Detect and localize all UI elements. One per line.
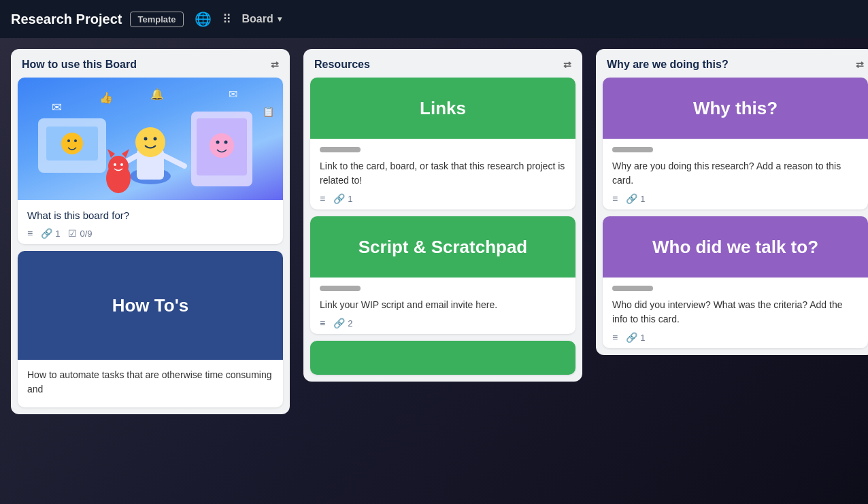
svg-point-9 (154, 137, 157, 141)
card-cover-title-2: How To's (101, 295, 200, 316)
attach-icon-why: 🔗 (626, 193, 637, 204)
svg-point-2 (61, 133, 83, 154)
column-body-2: Links Link to the card, board, or task t… (303, 78, 582, 382)
svg-text:✉: ✉ (52, 101, 62, 114)
svg-point-8 (144, 137, 148, 141)
svg-line-11 (164, 156, 184, 166)
svg-text:🔔: 🔔 (150, 88, 164, 101)
card-extra-green[interactable] (310, 341, 575, 375)
card-desc-script: Link your WIP script and email invite he… (320, 298, 566, 312)
svg-marker-19 (107, 149, 115, 158)
illustration-svg: ✉ 👍 🔔 ✉ 📋 (18, 78, 283, 200)
svg-point-15 (216, 141, 220, 144)
card-cover-purple-1: Why this? (603, 78, 868, 139)
card-tag-who (612, 286, 653, 291)
svg-point-22 (120, 163, 123, 166)
svg-point-18 (108, 156, 129, 176)
card-desc-2: How to automate tasks that are otherwise… (27, 368, 273, 397)
card-cover-illustration: ✉ 👍 🔔 ✉ 📋 (18, 78, 283, 200)
column-why-doing: Why are we doing this? ⇄ Why this? Why a… (596, 49, 868, 355)
card-body-2: How to automate tasks that are otherwise… (18, 360, 283, 407)
card-how-tos[interactable]: How To's How to automate tasks that are … (18, 251, 283, 407)
card-meta-why-list: ≡ (612, 193, 618, 204)
card-cover-title-script: Script & Scratchpad (348, 237, 539, 258)
chevron-down-icon: ▾ (278, 14, 282, 24)
card-cover-purple-2: Who did we talk to? (603, 216, 868, 278)
card-cover-title-why: Why this? (682, 98, 788, 119)
app-header: Research Project Template 🌐 ⠿ Board ▾ (0, 0, 868, 38)
column-title-2: Resources (314, 58, 370, 71)
card-meta-1: ≡ 🔗 1 ☑ 0/9 (27, 228, 273, 239)
column-collapse-1[interactable]: ⇄ (271, 59, 279, 70)
card-tag-script (320, 286, 361, 291)
card-tag-why (612, 147, 653, 152)
card-meta-links: ≡ 🔗 1 (320, 193, 566, 204)
svg-text:✉: ✉ (229, 88, 237, 100)
card-desc-links: Link to the card, board, or task that th… (320, 159, 566, 188)
card-links[interactable]: Links Link to the card, board, or task t… (310, 78, 575, 209)
template-button[interactable]: Template (130, 12, 183, 27)
card-cover-title-who: Who did we talk to? (641, 237, 829, 258)
card-desc-why: Why are you doing this research? Add a r… (612, 159, 858, 188)
card-cover-title-links: Links (409, 98, 477, 119)
globe-icon[interactable]: 🌐 (195, 11, 212, 27)
list-icon-links: ≡ (320, 193, 325, 204)
column-title-1: How to use this Board (22, 58, 137, 71)
column-collapse-2[interactable]: ⇄ (563, 59, 571, 70)
card-meta-attachment: 🔗 1 (41, 228, 60, 239)
card-meta-checklist: ☑ 0/9 (68, 228, 92, 239)
list-icon-script: ≡ (320, 318, 325, 329)
column-header-3: Why are we doing this? ⇄ (596, 49, 868, 78)
card-meta-why: ≡ 🔗 1 (612, 193, 858, 204)
card-cover-green-3 (310, 341, 575, 375)
card-body-who: Who did you interview? What was the crit… (603, 278, 868, 348)
column-header-2: Resources ⇄ (303, 49, 582, 78)
board-view-button[interactable]: Board ▾ (242, 13, 282, 25)
list-icon: ≡ (27, 228, 33, 239)
card-meta-who: ≡ 🔗 1 (612, 332, 858, 343)
checklist-icon: ☑ (68, 228, 77, 239)
card-script[interactable]: Script & Scratchpad Link your WIP script… (310, 216, 575, 334)
card-body-links: Link to the card, board, or task that th… (310, 139, 575, 209)
board-area: How to use this Board ⇄ (0, 38, 868, 504)
svg-point-16 (224, 141, 228, 144)
card-meta-script-list: ≡ (320, 318, 325, 329)
svg-text:👍: 👍 (99, 91, 113, 104)
svg-point-14 (210, 133, 234, 158)
card-meta-description: ≡ (27, 228, 33, 239)
svg-text:📋: 📋 (263, 106, 275, 118)
card-title-1: What is this board for? (27, 208, 273, 222)
column-body-1: ✉ 👍 🔔 ✉ 📋 What is this board for? ≡ (11, 78, 290, 414)
card-meta-script-attach: 🔗 2 (333, 318, 352, 329)
card-meta-links-list: ≡ (320, 193, 325, 204)
attachment-icon: 🔗 (41, 228, 52, 239)
card-meta-links-attach: 🔗 1 (333, 193, 352, 204)
column-resources: Resources ⇄ Links Link to the card, boar… (303, 49, 582, 382)
svg-marker-20 (122, 149, 129, 158)
svg-point-3 (67, 139, 70, 142)
svg-point-21 (114, 163, 116, 166)
card-cover-green-2: Script & Scratchpad (310, 216, 575, 278)
card-why-this[interactable]: Why this? Why are you doing this researc… (603, 78, 868, 209)
attach-icon-script: 🔗 (333, 318, 345, 329)
card-body-1: What is this board for? ≡ 🔗 1 ☑ 0/9 (18, 200, 283, 244)
card-who-talked[interactable]: Who did we talk to? Who did you intervie… (603, 216, 868, 348)
column-how-to-use: How to use this Board ⇄ (11, 49, 290, 414)
column-title-3: Why are we doing this? (607, 58, 729, 71)
attach-icon-who: 🔗 (626, 332, 637, 343)
column-header-1: How to use this Board ⇄ (11, 49, 290, 78)
card-what-is-board[interactable]: ✉ 👍 🔔 ✉ 📋 What is this board for? ≡ (18, 78, 283, 244)
card-meta-who-list: ≡ (612, 332, 618, 343)
card-cover-green-1: Links (310, 78, 575, 139)
chart-icon[interactable]: ⠿ (222, 12, 231, 27)
card-meta-script: ≡ 🔗 2 (320, 318, 566, 329)
svg-point-4 (74, 139, 77, 142)
list-icon-who: ≡ (612, 332, 618, 343)
card-desc-who: Who did you interview? What was the crit… (612, 298, 858, 326)
card-cover-navy: How To's (18, 251, 283, 360)
column-collapse-3[interactable]: ⇄ (856, 59, 864, 70)
card-body-why: Why are you doing this research? Add a r… (603, 139, 868, 209)
project-title: Research Project (11, 12, 122, 27)
card-meta-why-attach: 🔗 1 (626, 193, 645, 204)
list-icon-why: ≡ (612, 193, 618, 204)
